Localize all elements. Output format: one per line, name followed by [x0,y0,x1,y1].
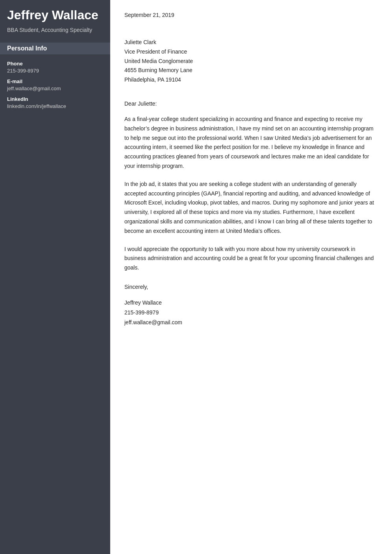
page: Jeffrey Wallace BBA Student, Accounting … [0,0,392,554]
recipient-block: Juliette Clark Vice President of Finance… [124,38,378,85]
personal-info-header: Personal Info [0,43,110,54]
letter-date: September 21, 2019 [124,12,378,18]
recipient-name: Juliette Clark [124,38,378,47]
paragraph-3: I would appreciate the opportunity to ta… [124,245,378,273]
linkedin-value: linkedin.com/in/jeffwallace [7,103,103,109]
letter-body: September 21, 2019 Juliette Clark Vice P… [110,0,392,554]
sig-email: jeff.wallace@gmail.com [124,318,378,327]
applicant-name: Jeffrey Wallace [7,8,103,22]
closing: Sincerely, [124,284,378,290]
recipient-title: Vice President of Finance [124,47,378,57]
email-value: jeff.wallace@gmail.com [7,86,103,91]
paragraph-2: In the job ad, it states that you are se… [124,180,378,236]
paragraph-1: As a final-year college student speciali… [124,115,378,171]
linkedin-label: LinkedIn [7,96,103,102]
recipient-company: United Media Conglomerate [124,57,378,66]
phone-label: Phone [7,61,103,67]
salutation: Dear Juliette: [124,100,378,107]
sig-name: Jeffrey Wallace [124,298,378,308]
sig-phone: 215-399-8979 [124,308,378,318]
sidebar: Jeffrey Wallace BBA Student, Accounting … [0,0,110,554]
recipient-address1: 4655 Burning Memory Lane [124,66,378,75]
signature-block: Jeffrey Wallace 215-399-8979 jeff.wallac… [124,298,378,328]
applicant-title: BBA Student, Accounting Specialty [7,26,103,34]
email-label: E-mail [7,78,103,84]
phone-value: 215-399-8979 [7,68,103,74]
recipient-address2: Philadelphia, PA 19104 [124,75,378,85]
